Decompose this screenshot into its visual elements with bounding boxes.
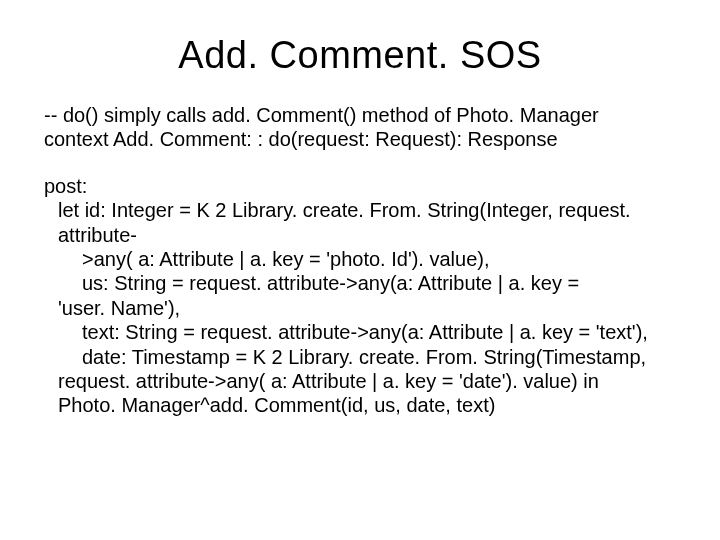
text-line: -- do() simply calls add. Comment() meth… bbox=[44, 103, 676, 127]
text-line: post: bbox=[44, 174, 676, 198]
text-line: text: String = request. attribute->any(a… bbox=[82, 320, 676, 344]
slide-title: Add. Comment. SOS bbox=[44, 34, 676, 77]
text-line: request. attribute->any( a: Attribute | … bbox=[58, 369, 676, 393]
text-line: us: String = request. attribute->any(a: … bbox=[82, 271, 676, 295]
context-block: -- do() simply calls add. Comment() meth… bbox=[44, 103, 676, 152]
text-line: context Add. Comment: : do(request: Requ… bbox=[44, 127, 676, 151]
text-line: date: Timestamp = K 2 Library. create. F… bbox=[82, 345, 676, 369]
text-line: 'user. Name'), bbox=[58, 296, 676, 320]
text-line: >any( a: Attribute | a. key = 'photo. Id… bbox=[82, 247, 676, 271]
text-line: let id: Integer = K 2 Library. create. F… bbox=[58, 198, 676, 247]
text-line: Photo. Manager^add. Comment(id, us, date… bbox=[58, 393, 676, 417]
slide: Add. Comment. SOS -- do() simply calls a… bbox=[0, 0, 720, 540]
post-block: post: let id: Integer = K 2 Library. cre… bbox=[44, 174, 676, 418]
